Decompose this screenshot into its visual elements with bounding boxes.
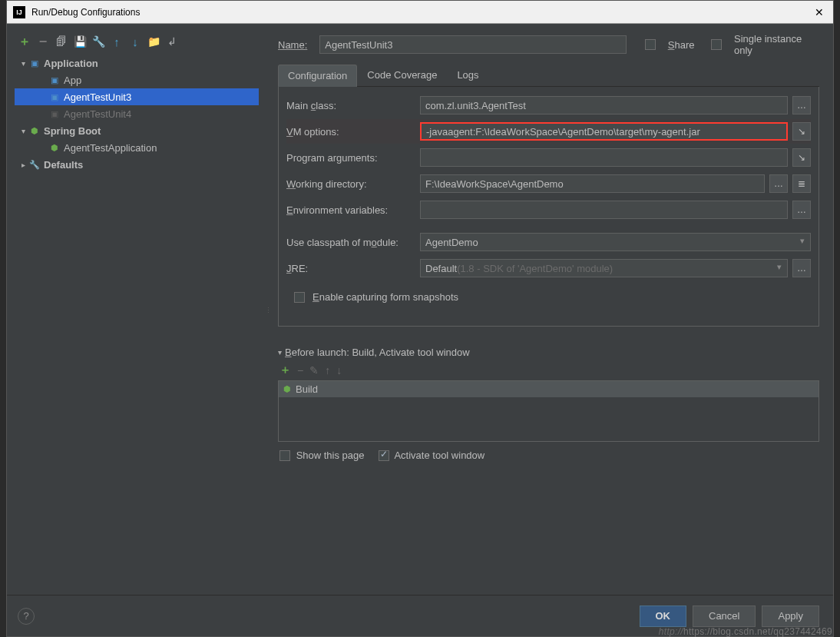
move-down-icon[interactable]: ↓: [128, 35, 142, 48]
single-instance-checkbox[interactable]: [711, 39, 722, 50]
share-label: Share: [668, 39, 695, 51]
configuration-panel: Main class: … VM options: ↘ Program argu…: [278, 87, 819, 327]
jre-label: JRE:: [286, 263, 415, 274]
application-icon: ▣: [48, 91, 61, 103]
list-workdir-button[interactable]: ≣: [792, 174, 811, 193]
browse-workdir-button[interactable]: …: [769, 174, 788, 193]
tree-label: AgentTestApplication: [64, 142, 157, 154]
vm-options-input[interactable]: [420, 122, 788, 141]
name-input[interactable]: [319, 35, 627, 54]
tree-group-defaults[interactable]: ▸ 🔧 Defaults: [15, 156, 259, 173]
expand-args-button[interactable]: ↘: [792, 148, 811, 167]
vm-options-label: VM options:: [286, 126, 415, 138]
cancel-button[interactable]: Cancel: [693, 605, 756, 627]
ok-button[interactable]: OK: [640, 605, 687, 627]
browse-env-button[interactable]: …: [792, 201, 811, 219]
before-launch-list: ⬢ Build: [278, 380, 819, 442]
remove-icon[interactable]: −: [297, 364, 303, 377]
close-icon[interactable]: ✕: [812, 6, 827, 18]
tab-logs[interactable]: Logs: [447, 64, 488, 86]
titlebar: IJ Run/Debug Configurations ✕: [7, 1, 833, 24]
tree-label: AgentTestUnit4: [64, 108, 131, 120]
sidebar: ＋ − 🗐 💾 🔧 ↑ ↓ 📁 ↲ ▾ ▣ Application: [15, 33, 259, 587]
apply-button[interactable]: Apply: [762, 605, 819, 627]
springboot-icon: ⬢: [48, 141, 61, 154]
dialog-footer: ? OK Cancel Apply: [7, 595, 833, 636]
row-main-class: Main class: …: [286, 96, 811, 114]
help-button[interactable]: ?: [18, 608, 35, 625]
tree-label: Spring Boot: [44, 125, 101, 137]
collapse-icon[interactable]: ↲: [165, 35, 179, 48]
wrench-icon: 🔧: [28, 158, 41, 171]
program-args-label: Program arguments:: [286, 152, 415, 164]
expand-vm-button[interactable]: ↘: [792, 122, 811, 141]
show-this-page-checkbox[interactable]: [279, 450, 290, 461]
before-launch-item-build[interactable]: ⬢ Build: [279, 381, 819, 397]
activate-tool-window-checkbox[interactable]: [379, 450, 389, 461]
save-icon[interactable]: 💾: [73, 35, 87, 48]
tree-label: Application: [44, 58, 98, 69]
dialog-body: ＋ − 🗐 💾 🔧 ↑ ↓ 📁 ↲ ▾ ▣ Application: [7, 24, 833, 595]
tree-group-application[interactable]: ▾ ▣ Application: [15, 55, 259, 71]
row-classpath: Use classpath of module: AgentDemo: [286, 233, 811, 251]
run-debug-dialog: IJ Run/Debug Configurations ✕ ＋ − 🗐 💾 🔧 …: [6, 0, 834, 637]
row-program-args: Program arguments: ↘: [286, 148, 811, 167]
app-logo-icon: IJ: [13, 6, 25, 18]
tab-code-coverage[interactable]: Code Coverage: [357, 64, 447, 86]
program-args-input[interactable]: [420, 148, 788, 167]
jre-value: Default: [425, 263, 457, 274]
folder-icon[interactable]: 📁: [147, 35, 160, 48]
row-working-dir: Working directory: … ≣: [286, 174, 811, 193]
move-down-icon[interactable]: ↓: [336, 364, 342, 377]
before-launch-checks: Show this page Activate tool window: [278, 442, 819, 461]
enable-capture-checkbox[interactable]: [294, 292, 305, 303]
tree-item-agenttestapplication[interactable]: ⬢ AgentTestApplication: [15, 139, 259, 156]
sidebar-toolbar: ＋ − 🗐 💾 🔧 ↑ ↓ 📁 ↲: [15, 33, 259, 55]
add-icon[interactable]: ＋: [279, 363, 291, 377]
wrench-icon[interactable]: 🔧: [91, 35, 105, 48]
application-icon: ▣: [48, 108, 61, 120]
window-title: Run/Debug Configurations: [31, 7, 812, 18]
edit-icon[interactable]: ✎: [309, 364, 319, 377]
jre-hint: (1.8 - SDK of 'AgentDemo' module): [457, 263, 613, 274]
row-jre: JRE: Default (1.8 - SDK of 'AgentDemo' m…: [286, 259, 811, 277]
browse-main-class-button[interactable]: …: [792, 96, 811, 114]
application-icon: ▣: [48, 74, 61, 86]
row-enable-capture: Enable capturing form snapshots: [286, 291, 811, 303]
tree-group-springboot[interactable]: ▾ ⬢ Spring Boot: [15, 122, 259, 139]
before-launch-section: ▾ Before launch: Build, Activate tool wi…: [278, 347, 819, 461]
config-tree: ▾ ▣ Application ▣ App ▣ AgentTestUnit3 ▣: [15, 55, 259, 587]
tab-configuration[interactable]: Configuration: [278, 65, 357, 87]
chevron-down-icon: ▾: [18, 59, 28, 68]
show-this-page-label: Show this page: [296, 450, 365, 461]
jre-select[interactable]: Default (1.8 - SDK of 'AgentDemo' module…: [420, 259, 788, 277]
env-vars-label: Environment variables:: [286, 204, 415, 216]
add-icon[interactable]: ＋: [18, 35, 31, 48]
drag-handle[interactable]: ⋮: [266, 33, 270, 587]
browse-jre-button[interactable]: …: [792, 259, 811, 277]
enable-capture-label: Enable capturing form snapshots: [313, 291, 458, 303]
tree-label: AgentTestUnit3: [64, 91, 131, 103]
copy-icon[interactable]: 🗐: [55, 35, 68, 48]
move-up-icon[interactable]: ↑: [110, 35, 124, 48]
row-env-vars: Environment variables: …: [286, 201, 811, 219]
main-class-label: Main class:: [286, 100, 415, 111]
env-vars-input[interactable]: [420, 201, 788, 219]
before-launch-header[interactable]: ▾ Before launch: Build, Activate tool wi…: [278, 347, 819, 358]
config-tabs: Configuration Code Coverage Logs: [278, 64, 819, 87]
tree-item-agenttestunit3[interactable]: ▣ AgentTestUnit3: [15, 88, 259, 105]
classpath-select[interactable]: AgentDemo: [420, 233, 811, 251]
chevron-right-icon: ▸: [18, 161, 28, 169]
tree-item-agenttestunit4[interactable]: ▣ AgentTestUnit4: [15, 105, 259, 122]
main-class-input[interactable]: [420, 96, 788, 114]
tree-item-app[interactable]: ▣ App: [15, 71, 259, 88]
move-up-icon[interactable]: ↑: [325, 364, 330, 377]
working-dir-input[interactable]: [420, 174, 765, 193]
name-label: Name:: [278, 39, 310, 51]
right-panel: Name: Share Single instance only Configu…: [278, 33, 819, 587]
tree-label: App: [64, 75, 81, 86]
single-instance-label: Single instance only: [734, 33, 819, 56]
classpath-label: Use classpath of module:: [286, 237, 415, 248]
share-checkbox[interactable]: [645, 39, 656, 50]
remove-icon[interactable]: −: [36, 35, 50, 48]
